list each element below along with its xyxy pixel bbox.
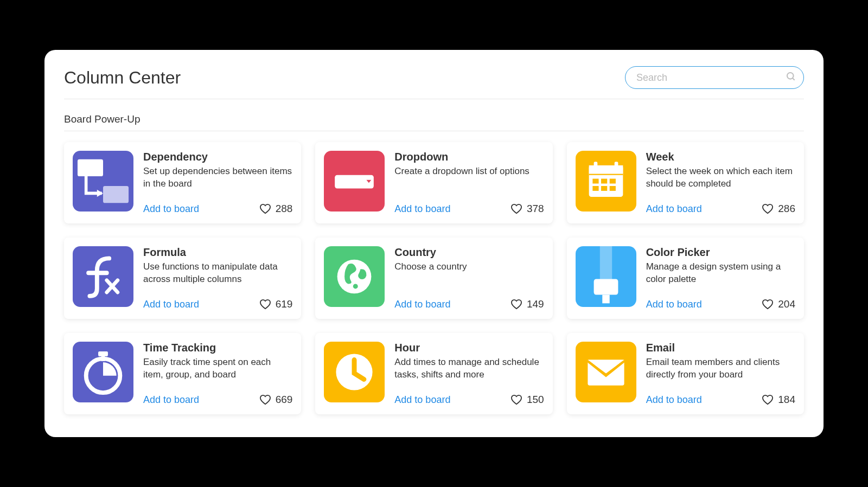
formula-icon <box>73 246 133 307</box>
svg-rect-2 <box>78 159 103 176</box>
search-box <box>625 66 804 89</box>
stopwatch-icon <box>73 342 133 402</box>
heart-icon <box>259 394 271 405</box>
svg-rect-15 <box>609 186 615 191</box>
likes[interactable]: 288 <box>259 203 293 215</box>
card-description: Email team members and clients directly … <box>646 356 795 381</box>
card-title: Country <box>394 246 544 259</box>
svg-rect-23 <box>602 295 609 304</box>
likes[interactable]: 150 <box>510 394 544 406</box>
column-center-panel: Column Center Board Power-Up DependencyS… <box>44 50 824 437</box>
svg-point-19 <box>337 260 372 294</box>
section-label: Board Power-Up <box>64 113 804 131</box>
likes[interactable]: 286 <box>762 203 795 215</box>
svg-rect-13 <box>592 186 598 191</box>
card-description: Manage a design system using a color pal… <box>646 261 795 286</box>
add-to-board-link[interactable]: Add to board <box>143 394 199 406</box>
svg-rect-7 <box>589 174 623 175</box>
heart-icon <box>259 299 271 310</box>
card-title: Week <box>646 151 795 163</box>
svg-rect-14 <box>601 186 607 191</box>
header: Column Center <box>64 66 804 99</box>
dropdown-icon <box>324 151 385 212</box>
dependency-icon <box>73 151 133 212</box>
svg-rect-26 <box>101 355 105 361</box>
heart-icon <box>510 203 522 214</box>
card-title: Time Tracking <box>143 342 292 354</box>
likes[interactable]: 619 <box>259 298 293 310</box>
likes[interactable]: 184 <box>762 394 795 406</box>
globe-icon <box>324 246 385 307</box>
card-email[interactable]: EmailEmail team members and clients dire… <box>567 333 804 414</box>
add-to-board-link[interactable]: Add to board <box>143 203 199 215</box>
heart-icon <box>510 299 522 310</box>
likes[interactable]: 669 <box>259 394 293 406</box>
card-title: Hour <box>394 342 544 354</box>
card-country[interactable]: CountryChoose a countryAdd to board 149 <box>315 238 552 319</box>
like-count: 286 <box>778 203 795 215</box>
svg-rect-3 <box>103 186 129 203</box>
like-count: 378 <box>527 203 544 215</box>
svg-line-1 <box>793 78 795 80</box>
card-time-tracking[interactable]: Time TrackingEasily track time spent on … <box>64 333 301 414</box>
svg-rect-4 <box>335 175 374 189</box>
card-title: Color Picker <box>646 246 795 259</box>
page-title: Column Center <box>64 68 181 88</box>
add-to-board-link[interactable]: Add to board <box>394 299 450 310</box>
heart-icon <box>762 203 774 214</box>
card-description: Use functions to manipulate data across … <box>143 261 292 286</box>
card-dropdown[interactable]: DropdownCreate a dropdown list of option… <box>315 142 552 223</box>
like-count: 150 <box>527 394 544 406</box>
card-description: Select the week on which each item shoul… <box>646 165 795 190</box>
card-week[interactable]: WeekSelect the week on which each item s… <box>567 142 804 223</box>
add-to-board-link[interactable]: Add to board <box>646 394 702 406</box>
card-title: Dependency <box>143 151 292 163</box>
svg-rect-11 <box>601 179 607 184</box>
svg-rect-21 <box>599 246 611 280</box>
like-count: 204 <box>778 298 795 310</box>
calendar-icon <box>576 151 636 212</box>
heart-icon <box>510 394 522 405</box>
card-grid: DependencySet up dependencies between it… <box>64 142 804 414</box>
likes[interactable]: 204 <box>762 298 795 310</box>
card-description: Set up dependencies between items in the… <box>143 165 292 190</box>
card-description: Easily track time spent on each item, gr… <box>143 356 292 381</box>
svg-rect-10 <box>592 179 598 184</box>
svg-rect-22 <box>593 279 618 294</box>
svg-rect-8 <box>593 162 597 170</box>
like-count: 184 <box>778 394 795 406</box>
svg-rect-12 <box>609 179 615 184</box>
search-input[interactable] <box>625 66 804 89</box>
add-to-board-link[interactable]: Add to board <box>646 299 702 310</box>
svg-point-0 <box>787 73 794 79</box>
like-count: 149 <box>527 298 544 310</box>
clock-icon <box>324 342 385 402</box>
heart-icon <box>259 203 271 214</box>
search-icon <box>786 71 796 84</box>
like-count: 288 <box>276 203 293 215</box>
brush-icon <box>576 246 636 307</box>
card-title: Email <box>646 342 795 354</box>
svg-point-20 <box>353 284 358 289</box>
likes[interactable]: 378 <box>510 203 544 215</box>
heart-icon <box>762 394 774 405</box>
card-dependency[interactable]: DependencySet up dependencies between it… <box>64 142 301 223</box>
like-count: 619 <box>276 298 293 310</box>
add-to-board-link[interactable]: Add to board <box>646 203 702 215</box>
add-to-board-link[interactable]: Add to board <box>394 203 450 215</box>
likes[interactable]: 149 <box>510 298 544 310</box>
add-to-board-link[interactable]: Add to board <box>394 394 450 406</box>
mail-icon <box>576 342 636 402</box>
card-title: Formula <box>143 246 292 259</box>
card-description: Create a dropdown list of options <box>394 165 544 178</box>
card-description: Choose a country <box>394 261 544 273</box>
card-title: Dropdown <box>394 151 544 163</box>
card-hour[interactable]: HourAdd times to manage and schedule tas… <box>315 333 552 414</box>
card-color-picker[interactable]: Color PickerManage a design system using… <box>567 238 804 319</box>
heart-icon <box>762 299 774 310</box>
like-count: 669 <box>276 394 293 406</box>
card-description: Add times to manage and schedule tasks, … <box>394 356 544 381</box>
add-to-board-link[interactable]: Add to board <box>143 299 199 310</box>
card-formula[interactable]: FormulaUse functions to manipulate data … <box>64 238 301 319</box>
svg-rect-9 <box>614 162 618 170</box>
